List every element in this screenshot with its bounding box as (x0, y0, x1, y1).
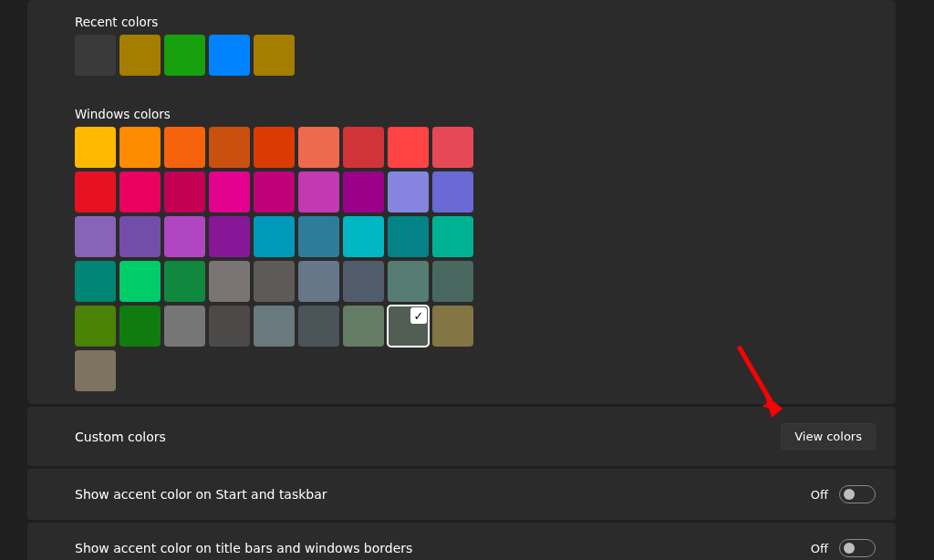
windows-color-swatch[interactable] (75, 350, 116, 391)
windows-color-swatch[interactable]: ✓ (388, 306, 429, 347)
accent-start-state: Off (811, 488, 828, 502)
windows-color-swatch[interactable] (254, 127, 295, 168)
windows-color-swatch[interactable] (209, 216, 250, 257)
custom-colors-row: Custom colors View colors (27, 407, 896, 466)
windows-color-swatch[interactable] (164, 306, 205, 347)
windows-color-swatch[interactable] (254, 216, 295, 257)
windows-color-swatch[interactable] (119, 306, 161, 347)
windows-color-swatch[interactable] (75, 306, 116, 347)
recent-color-swatch[interactable] (254, 35, 295, 76)
toggle-knob (844, 489, 855, 500)
recent-colors-row (75, 35, 896, 76)
windows-color-swatch[interactable] (209, 127, 250, 168)
checkmark-icon: ✓ (410, 307, 427, 324)
accent-titlebar-row: Show accent color on title bars and wind… (27, 523, 896, 560)
accent-titlebar-label: Show accent color on title bars and wind… (75, 541, 412, 555)
accent-titlebar-state: Off (811, 542, 828, 555)
windows-color-swatch[interactable] (298, 306, 339, 347)
windows-color-swatch[interactable] (343, 216, 384, 257)
windows-color-swatch[interactable] (298, 261, 339, 302)
accent-start-row: Show accent color on Start and taskbar O… (27, 469, 896, 520)
windows-color-swatch[interactable] (298, 216, 339, 257)
recent-color-swatch[interactable] (209, 35, 250, 76)
windows-color-swatch[interactable] (75, 171, 116, 213)
windows-color-swatch[interactable] (388, 216, 429, 257)
windows-color-swatch[interactable] (432, 216, 473, 257)
windows-color-swatch[interactable] (254, 171, 295, 213)
custom-colors-label: Custom colors (75, 430, 166, 444)
windows-color-swatch[interactable] (343, 127, 384, 168)
windows-color-swatch[interactable] (119, 216, 161, 257)
windows-color-swatch[interactable] (119, 261, 161, 302)
windows-color-swatch[interactable] (164, 216, 205, 257)
toggle-knob (844, 543, 855, 554)
windows-color-swatch[interactable] (343, 306, 384, 347)
windows-color-swatch[interactable] (164, 171, 205, 213)
windows-color-swatch[interactable] (388, 171, 429, 213)
windows-color-swatch[interactable] (75, 261, 116, 302)
colors-panel: Recent colors Windows colors ✓ (27, 0, 896, 404)
accent-titlebar-toggle[interactable] (839, 539, 876, 557)
windows-color-swatch[interactable] (75, 216, 116, 257)
recent-color-swatch[interactable] (164, 35, 205, 76)
windows-color-swatch[interactable] (164, 127, 205, 168)
windows-color-swatch[interactable] (254, 306, 295, 347)
windows-color-swatch[interactable] (75, 127, 116, 168)
recent-colors-label: Recent colors (75, 15, 896, 29)
accent-start-label: Show accent color on Start and taskbar (75, 487, 327, 502)
windows-color-swatch[interactable] (209, 171, 250, 213)
recent-color-swatch[interactable] (119, 35, 161, 76)
accent-start-toggle[interactable] (839, 485, 876, 503)
windows-color-swatch[interactable] (432, 306, 473, 347)
windows-color-swatch[interactable] (388, 127, 429, 168)
windows-color-swatch[interactable] (209, 261, 250, 302)
windows-color-swatch[interactable] (343, 261, 384, 302)
windows-color-swatch[interactable] (432, 127, 473, 168)
windows-color-swatch[interactable] (432, 261, 473, 302)
windows-color-swatch[interactable] (164, 261, 205, 302)
view-colors-button[interactable]: View colors (781, 423, 876, 450)
windows-color-swatch[interactable] (254, 261, 295, 302)
windows-color-swatch[interactable] (343, 171, 384, 213)
windows-colors-grid: ✓ (75, 127, 480, 391)
windows-colors-label: Windows colors (75, 107, 896, 121)
windows-color-swatch[interactable] (298, 171, 339, 213)
windows-color-swatch[interactable] (119, 171, 161, 213)
windows-color-swatch[interactable] (209, 306, 250, 347)
windows-color-swatch[interactable] (298, 127, 339, 168)
windows-color-swatch[interactable] (388, 261, 429, 302)
windows-color-swatch[interactable] (119, 127, 161, 168)
recent-color-swatch[interactable] (75, 35, 116, 76)
windows-color-swatch[interactable] (432, 171, 473, 213)
